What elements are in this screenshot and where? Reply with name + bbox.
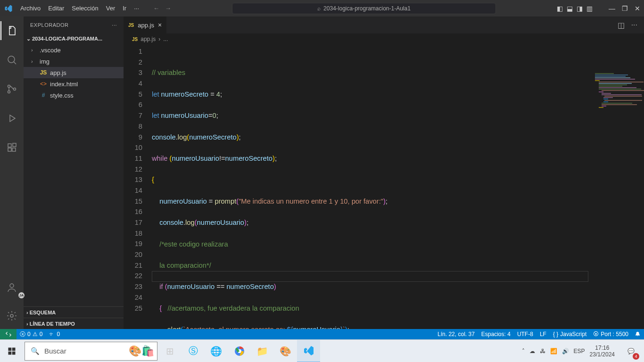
menu-editar[interactable]: Editar xyxy=(44,2,68,15)
status-liveserver[interactable]: ⦿Port : 5500 xyxy=(590,329,632,339)
command-center[interactable]: ⌕ 2034-logica-programacion-1-Aula1 xyxy=(232,3,496,14)
remote-icon[interactable] xyxy=(0,329,17,339)
folder-label: img xyxy=(40,58,50,65)
html-file-icon: <> xyxy=(40,81,47,87)
nav-arrows: ← → xyxy=(153,5,171,12)
chevron-right-icon: › xyxy=(26,310,28,315)
menu-ver[interactable]: Ver xyxy=(102,2,119,15)
split-editor-icon[interactable]: ◫ xyxy=(618,21,625,30)
layout-custom-icon[interactable]: ▥ xyxy=(586,5,593,12)
statusbar: ⓧ0⚠0 ᯤ0 Lín. 22, col. 37 Espacios: 4 UTF… xyxy=(0,329,644,339)
minimap[interactable] xyxy=(592,73,644,158)
layout-panel-icon[interactable]: ⬓ xyxy=(567,5,573,12)
file-style-css[interactable]: #style.css xyxy=(24,90,124,101)
menu-seleccion[interactable]: Selección xyxy=(68,2,102,15)
nav-back-icon[interactable]: ← xyxy=(153,5,159,12)
titlebar: Archivo Editar Selección Ver Ir ··· ← → … xyxy=(0,0,644,16)
activity-search-icon[interactable] xyxy=(0,50,23,69)
status-errors[interactable]: ⓧ0⚠0 xyxy=(17,329,46,339)
maximize-icon[interactable]: ❐ xyxy=(622,5,628,12)
tab-label: app.js xyxy=(138,22,154,29)
nav-fwd-icon[interactable]: → xyxy=(165,5,171,12)
tab-close-icon[interactable]: × xyxy=(158,21,162,29)
file-label: app.js xyxy=(50,69,66,76)
taskbar-search[interactable]: 🔍Buscar🎨🛍️ xyxy=(25,342,157,361)
start-button[interactable] xyxy=(0,340,24,362)
svg-point-9 xyxy=(10,314,13,317)
tab-app-js[interactable]: JS app.js × xyxy=(124,16,167,33)
svg-rect-12 xyxy=(8,351,12,354)
tray-wifi-icon[interactable]: 📶 xyxy=(550,348,557,354)
activity-explorer-icon[interactable] xyxy=(0,21,23,40)
svg-point-3 xyxy=(14,88,16,90)
sidebar-title: EXPLORADOR xyxy=(30,22,68,28)
chevron-right-icon: › xyxy=(31,47,37,53)
menu-overflow-icon[interactable]: ··· xyxy=(130,2,143,15)
file-index-html[interactable]: <>index.html xyxy=(24,78,124,90)
edge-icon[interactable]: 🌐 xyxy=(205,340,228,362)
account-badge: JA xyxy=(18,292,25,298)
svg-rect-4 xyxy=(8,144,11,147)
svg-rect-11 xyxy=(12,347,16,351)
js-file-icon: JS xyxy=(40,69,47,76)
paint-icon[interactable]: 🎨 xyxy=(274,340,297,362)
section-esquema[interactable]: ›ESQUEMA xyxy=(24,306,124,318)
svg-rect-5 xyxy=(8,148,11,151)
breadcrumb[interactable]: JS app.js › ... xyxy=(124,33,644,45)
close-icon[interactable]: ✕ xyxy=(635,5,640,12)
tray-language[interactable]: ESP xyxy=(574,348,585,354)
activity-bar: JA xyxy=(0,16,24,329)
layout-primary-icon[interactable]: ◧ xyxy=(557,5,563,12)
tray-network-icon[interactable]: 🖧 xyxy=(540,348,545,354)
svg-rect-10 xyxy=(8,347,12,351)
explorer-icon[interactable]: 📁 xyxy=(251,340,274,362)
section-linea-tiempo[interactable]: ›LÍNEA DE TIEMPO xyxy=(24,318,124,329)
status-eol[interactable]: LF xyxy=(537,329,550,339)
project-header[interactable]: ⌄ 2034-LOGICA-PROGRAMA... xyxy=(24,33,124,44)
radio-icon: ᯤ xyxy=(49,331,55,337)
status-bell-icon[interactable]: 🔔︎ xyxy=(632,329,644,339)
settings-gear-icon[interactable] xyxy=(0,306,23,325)
minimize-icon[interactable]: ― xyxy=(609,5,615,12)
notification-center-icon[interactable]: 💬4 xyxy=(619,340,642,362)
line-gutter: 1234567891011121314151617181920212223242… xyxy=(124,45,152,329)
svg-rect-13 xyxy=(12,351,16,354)
sidebar-more-icon[interactable]: ··· xyxy=(112,22,117,28)
account-icon[interactable]: JA xyxy=(0,278,23,297)
menu-ir[interactable]: Ir xyxy=(119,2,130,15)
status-radio[interactable]: ᯤ0 xyxy=(46,329,63,339)
editor-more-icon[interactable]: ··· xyxy=(631,21,637,29)
warning-icon: ⚠ xyxy=(33,331,38,337)
code-area[interactable]: 1234567891011121314151617181920212223242… xyxy=(124,45,644,329)
error-icon: ⓧ xyxy=(20,330,25,338)
file-app-js[interactable]: JSapp.js xyxy=(24,67,124,78)
tray-onedrive-icon[interactable]: ☁ xyxy=(529,348,535,354)
tray-volume-icon[interactable]: 🔊 xyxy=(562,348,569,354)
braces-icon: { } xyxy=(553,331,558,337)
tray-clock[interactable]: 17:16 23/1/2024 xyxy=(590,345,615,358)
menu-archivo[interactable]: Archivo xyxy=(17,2,44,15)
chrome-icon[interactable] xyxy=(228,340,251,362)
activity-extensions-icon[interactable] xyxy=(0,138,23,157)
layout-secondary-icon[interactable]: ◨ xyxy=(577,5,583,12)
task-view-icon[interactable]: ⊞ xyxy=(158,340,182,362)
status-spaces[interactable]: Espacios: 4 xyxy=(478,329,514,339)
svg-rect-7 xyxy=(13,143,16,147)
svg-point-0 xyxy=(8,56,15,63)
system-tray: ˄ ☁ 🖧 📶 🔊 ESP 17:16 23/1/2024 💬4 xyxy=(522,340,644,362)
status-encoding[interactable]: UTF-8 xyxy=(514,329,537,339)
file-label: index.html xyxy=(50,81,78,88)
status-language[interactable]: { }JavaScript xyxy=(550,329,590,339)
activity-scm-icon[interactable] xyxy=(0,80,23,99)
folder-img[interactable]: ›img xyxy=(24,56,124,67)
activity-debug-icon[interactable] xyxy=(0,109,23,128)
file-label: style.css xyxy=(50,92,74,99)
editor-tabs: JS app.js × ◫ ··· xyxy=(124,16,644,33)
skype-icon[interactable]: Ⓢ xyxy=(182,340,205,362)
status-cursor[interactable]: Lín. 22, col. 37 xyxy=(434,329,478,339)
windows-taskbar: 🔍Buscar🎨🛍️ ⊞ Ⓢ 🌐 📁 🎨 ˄ ☁ 🖧 📶 🔊 ESP 17:16… xyxy=(0,339,644,362)
vscode-taskbar-icon[interactable] xyxy=(297,340,320,362)
tray-chevron-icon[interactable]: ˄ xyxy=(522,348,525,354)
code-content[interactable]: // variables let numeroSecreto = 4; let … xyxy=(152,45,644,329)
folder-vscode[interactable]: ›.vscode xyxy=(24,44,124,56)
